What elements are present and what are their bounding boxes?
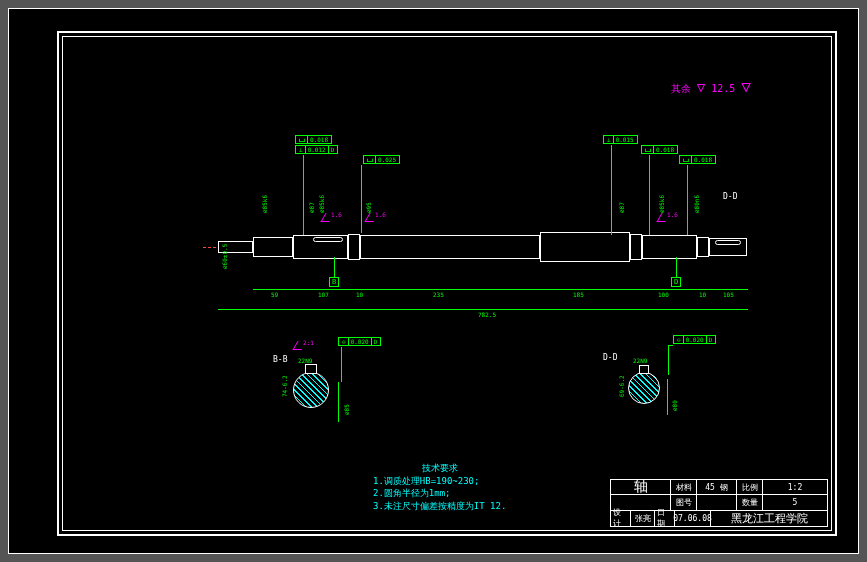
gdt-tol: 0.025 <box>376 156 398 163</box>
scale-label: 比例 <box>737 480 763 494</box>
section-d-label: D-D <box>603 353 617 362</box>
ra-1: 1.6 <box>331 211 342 218</box>
section-d-width: 22N9 <box>633 357 647 364</box>
section-b-detail <box>293 372 329 408</box>
gdt-leader <box>687 165 688 235</box>
qty-label: 数量 <box>737 495 763 509</box>
gdt-leader <box>668 345 673 346</box>
gdt-datum: D <box>707 336 715 343</box>
gdt-frame-6: ⌴ 0.018 <box>679 155 716 164</box>
gdt-sym: ⊥ <box>605 136 614 143</box>
drawing-border-outer: 其余 ▽ 12.5 ▽ <box>57 31 837 536</box>
gdt-frame-5: ⌴ 0.018 <box>641 145 678 154</box>
scale-value: 1:2 <box>763 480 827 494</box>
qty-value: 5 <box>763 495 827 509</box>
gdt-leader <box>341 347 342 382</box>
dim-l5: 185 <box>573 291 584 298</box>
dim-line-lengths <box>253 289 748 290</box>
gdt-tol: 0.018 <box>308 136 330 143</box>
organization: 黑龙江工程学院 <box>711 511 827 526</box>
gdt-leader <box>303 155 304 235</box>
gdt-datum: D <box>329 146 337 153</box>
gdt-leader <box>668 345 669 375</box>
surface-symbol-large-icon: ▽ <box>741 77 751 96</box>
dim-ext <box>667 379 668 415</box>
datum-leader <box>676 257 677 277</box>
gdt-leader <box>361 165 362 233</box>
gdt-leader <box>649 155 650 235</box>
keyway-right <box>715 240 741 245</box>
dim-dia-6: ⌀87 <box>618 202 625 213</box>
dim-l4: 235 <box>433 291 444 298</box>
gdt-tol: 0.020 <box>349 338 372 345</box>
section-b-dia: ⌀85 <box>343 404 350 415</box>
notes-title: 技术要求 <box>373 462 506 475</box>
datum-d: D <box>671 277 681 287</box>
date-value: 07.06.08 <box>675 511 711 526</box>
date-label: 日期 <box>655 511 675 526</box>
section-d-detail <box>628 372 660 404</box>
section-d-hatch <box>628 372 660 404</box>
dim-dia-4: ⌀85k6 <box>318 195 325 213</box>
gdt-sym: ⌴ <box>297 136 308 143</box>
shaft-seg-4 <box>348 234 360 260</box>
gdt-frame-1: ⌴ 0.018 <box>295 135 332 144</box>
gdt-frame-3: ⌴ 0.025 <box>363 155 400 164</box>
title-block: 轴 材料 45 钢 比例 1:2 图号 数量 5 设计 张亮 日期 <box>610 479 828 527</box>
dim-dia-2: ⌀85k6 <box>261 195 268 213</box>
drawing-border-inner: 其余 ▽ 12.5 ▽ <box>62 36 832 531</box>
ra-3: 1.6 <box>667 211 678 218</box>
section-d-dia: ⌀80 <box>671 400 678 411</box>
shaft-main-view <box>253 232 723 262</box>
dim-l8: 105 <box>723 291 734 298</box>
num-label: 图号 <box>671 495 697 509</box>
gdt-frame-7: ⊖ 0.020 D <box>338 337 381 346</box>
datum-b: B <box>329 277 339 287</box>
ra-2: 1.6 <box>375 211 386 218</box>
shaft-seg-2 <box>253 237 293 257</box>
dim-dia-3: ⌀87 <box>308 202 315 213</box>
cad-viewport: 其余 ▽ 12.5 ▽ <box>8 8 859 554</box>
gdt-frame-8: ⊖ 0.020 D <box>673 335 716 344</box>
part-name: 轴 <box>611 480 671 494</box>
gdt-tol: 0.020 <box>684 336 707 343</box>
gdt-sym: ⌴ <box>365 156 376 163</box>
note-3: 3.未注尺寸偏差按精度为IT 12. <box>373 500 506 513</box>
dim-dia-8: ⌀80n6 <box>693 195 700 213</box>
shaft-seg-9 <box>697 237 709 257</box>
dim-l3: 10 <box>356 291 363 298</box>
section-d-keyway <box>639 365 649 374</box>
shaft-seg-7 <box>630 234 642 260</box>
gdt-sym: ⌴ <box>643 146 654 153</box>
mat-value: 45 钢 <box>697 480 737 494</box>
gdt-tol: 0.018 <box>692 156 714 163</box>
shaft-seg-6 <box>540 232 630 262</box>
dim-dia-7: ⌀85k6 <box>658 195 665 213</box>
dim-l2: 107 <box>318 291 329 298</box>
dim-l1: 59 <box>271 291 278 298</box>
surface-finish-value: 12.5 <box>711 83 735 94</box>
section-b-depth: 74-6.2 <box>281 375 288 397</box>
section-d-marker: D-D <box>723 192 737 201</box>
section-d-depth: 69-6.2 <box>618 375 625 397</box>
gdt-leader <box>611 145 612 235</box>
datum-leader <box>334 257 335 277</box>
dim-l7: 10 <box>699 291 706 298</box>
surface-finish-prefix: 其余 <box>671 83 691 94</box>
gdt-tol: 0.018 <box>654 146 676 153</box>
note-1: 1.调质处理HB=190~230; <box>373 475 506 488</box>
section-b-label: B-B <box>273 355 287 364</box>
dim-dia-5: ⌀95 <box>365 202 372 213</box>
dim-total: 782.5 <box>478 311 496 318</box>
dim-line-total <box>218 309 748 310</box>
gdt-frame-2: ⊥ 0.012 D <box>295 145 338 154</box>
surface-finish-default: 其余 ▽ 12.5 ▽ <box>671 77 751 96</box>
des-value: 张亮 <box>631 511 655 526</box>
gdt-sym: ⊥ <box>297 146 306 153</box>
dim-ext <box>338 382 339 422</box>
num-value <box>697 495 737 509</box>
mat-label: 材料 <box>671 480 697 494</box>
section-b-keyway <box>305 364 317 374</box>
section-b-scale: 2:1 <box>303 339 314 346</box>
surface-symbol-icon: ▽ <box>697 79 705 95</box>
